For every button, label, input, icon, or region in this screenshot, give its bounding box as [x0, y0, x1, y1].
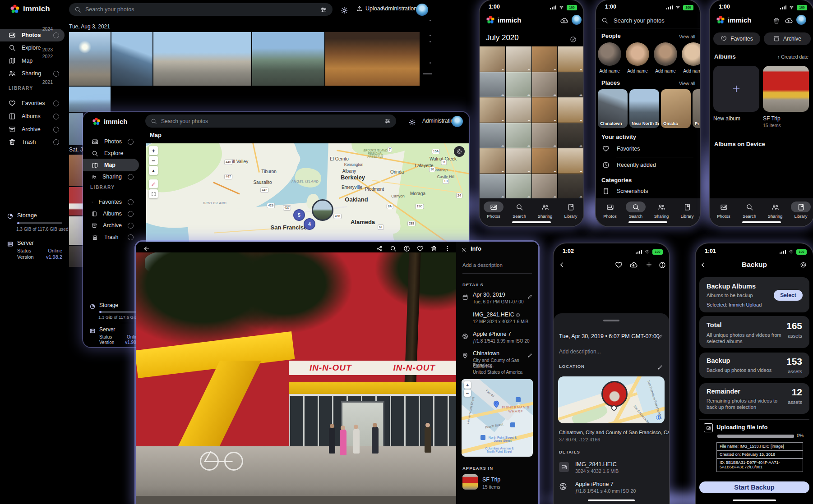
sidebar-item-explore[interactable]: Explore [83, 147, 139, 160]
photo-thumbnail[interactable] [558, 46, 583, 72]
place-card[interactable]: Omaha [661, 89, 691, 128]
photo-thumbnail[interactable] [480, 148, 505, 174]
photo-thumbnail[interactable] [480, 46, 505, 72]
user-avatar[interactable] [416, 4, 428, 16]
photo-thumbnail[interactable] [558, 174, 583, 199]
search-filters-icon[interactable] [320, 6, 327, 13]
nav-photos[interactable]: Photos [597, 202, 623, 219]
albums-sort-button[interactable]: ↑ Created date [777, 54, 808, 60]
info-close-button[interactable] [461, 245, 467, 253]
search-filters-icon[interactable] [384, 118, 391, 124]
nav-sharing[interactable]: Sharing [762, 202, 788, 219]
nav-search[interactable]: Search [507, 202, 532, 219]
nav-sharing[interactable]: Sharing [649, 202, 674, 219]
back-button[interactable] [558, 261, 566, 269]
nav-library[interactable]: Library [788, 202, 813, 219]
photo-thumbnail[interactable] [506, 148, 531, 174]
photo-thumbnail[interactable] [558, 148, 583, 174]
theme-toggle-button[interactable] [409, 118, 416, 126]
sidebar-item-archive[interactable]: Archive [0, 123, 65, 136]
edit-location-button[interactable] [657, 363, 663, 371]
photo-thumbnail[interactable] [111, 32, 152, 86]
add-name-link[interactable]: Add name [654, 69, 677, 73]
search-input[interactable]: Search your photos [601, 17, 665, 24]
map-settings-button[interactable] [454, 146, 465, 157]
photo-thumbnail[interactable] [69, 216, 83, 245]
photo-thumbnail[interactable] [532, 97, 558, 123]
administration-link[interactable]: Administration [381, 5, 417, 12]
edit-datetime-button[interactable] [657, 332, 663, 340]
sidebar-item-photos[interactable]: Photos [83, 135, 139, 148]
photo-thumbnail[interactable] [69, 32, 111, 86]
album-card[interactable] [763, 66, 809, 112]
photo-thumbnail[interactable] [532, 123, 558, 148]
nav-search[interactable]: Search [623, 202, 648, 219]
description-input[interactable]: Add description... [559, 348, 601, 355]
sidebar-item-favorites[interactable]: Favorites [0, 97, 65, 110]
favorites-row[interactable]: Favorites [602, 145, 640, 152]
map-photo-marker[interactable] [312, 199, 333, 221]
viewer-favorite-button[interactable] [417, 244, 424, 252]
screenshots-row[interactable]: Screenshots [602, 188, 648, 195]
user-avatar[interactable] [452, 116, 463, 127]
minimap-zoom-in[interactable]: + [464, 381, 471, 389]
nav-library[interactable]: Library [674, 202, 700, 219]
add-name-link[interactable]: Add name [598, 69, 621, 73]
photo-thumbnail[interactable] [480, 97, 505, 123]
search-input[interactable]: Search your photos [145, 115, 396, 128]
app-logo[interactable]: immich [92, 117, 128, 126]
photo-thumbnail[interactable] [325, 32, 420, 86]
map-zoom-out-button[interactable]: − [149, 156, 158, 165]
sidebar-item-sharing[interactable]: Sharing [83, 170, 139, 183]
settings-button[interactable] [799, 261, 807, 269]
photo-location-marker[interactable] [601, 381, 628, 407]
edit-location-button[interactable] [527, 351, 533, 359]
nav-sharing[interactable]: Sharing [532, 202, 558, 219]
photo-thumbnail[interactable] [69, 155, 83, 186]
new-album-card[interactable] [713, 66, 759, 112]
sidebar-item-trash[interactable]: Trash [0, 136, 65, 148]
photo-thumbnail[interactable] [506, 123, 531, 148]
photo-thumbnail[interactable] [69, 246, 83, 267]
description-input[interactable]: Add a description [462, 262, 503, 268]
sidebar-item-map[interactable]: Map [83, 159, 139, 171]
user-avatar[interactable] [572, 15, 582, 25]
sync-cloud-button[interactable] [560, 16, 568, 25]
favorite-button[interactable] [615, 261, 623, 269]
download-button[interactable] [629, 261, 637, 269]
photo-thumbnail[interactable] [480, 174, 505, 199]
add-button[interactable] [645, 261, 653, 269]
album-thumbnail[interactable] [462, 474, 478, 490]
photo-main[interactable]: IN-N-OUT IN-N-OUT [136, 252, 456, 504]
scrubber-position[interactable] [423, 73, 432, 74]
photo-thumbnail[interactable] [480, 123, 505, 148]
home-indicator[interactable] [733, 499, 776, 501]
person-avatar[interactable] [682, 42, 700, 66]
sidebar-item-albums[interactable]: Albums [83, 207, 139, 220]
place-card[interactable]: Chinatown [598, 89, 628, 128]
viewer-share-button[interactable] [376, 244, 383, 252]
home-indicator[interactable] [742, 221, 781, 223]
map-cluster-marker[interactable]: 4 [304, 218, 315, 230]
person-avatar[interactable] [626, 42, 649, 66]
photo-thumbnail[interactable] [506, 72, 531, 97]
upload-button[interactable]: Upload [356, 5, 383, 12]
nav-search[interactable]: Search [737, 202, 762, 219]
map-fullscreen-button[interactable] [149, 189, 158, 198]
viewer-zoom-button[interactable] [390, 244, 397, 252]
map-compass-button[interactable]: ▲ [149, 166, 158, 175]
photo-thumbnail[interactable] [252, 32, 324, 86]
sidebar-item-photos[interactable]: Photos [0, 29, 65, 41]
photo-thumbnail[interactable] [506, 46, 531, 72]
place-card[interactable]: Near North Side [629, 89, 659, 128]
map-zoom-in-button[interactable]: + [149, 146, 158, 155]
select-button[interactable]: Select [774, 290, 803, 301]
photo-thumbnail[interactable] [506, 97, 531, 123]
photo-thumbnail[interactable] [532, 46, 558, 72]
sheet-drag-handle[interactable] [603, 320, 619, 321]
home-indicator[interactable] [512, 221, 551, 223]
minimap-zoom-out[interactable]: − [464, 389, 471, 397]
photo-thumbnail[interactable] [153, 32, 251, 86]
map-draw-button[interactable] [149, 179, 158, 188]
home-indicator[interactable] [628, 221, 667, 223]
